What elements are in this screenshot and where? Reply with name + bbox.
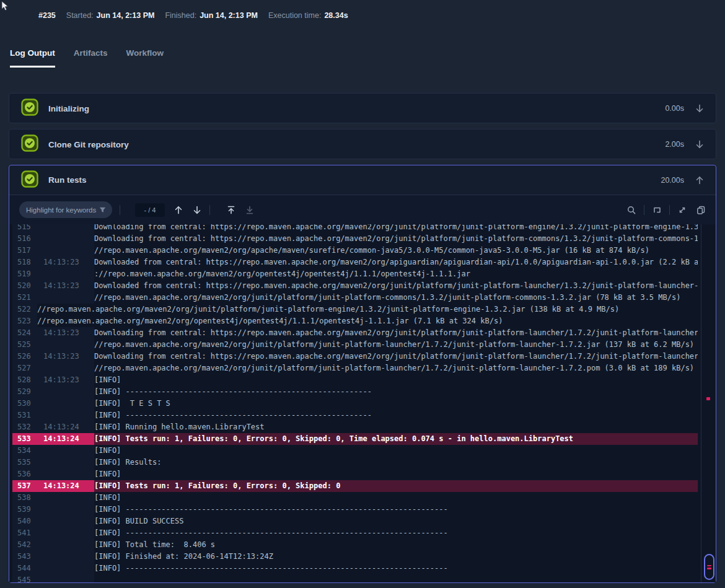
log-line-number[interactable]: 532: [12, 421, 43, 433]
section-run-tests: Run tests 20.00s Highlight for keywords …: [9, 165, 716, 583]
log-line-timestamp: [43, 527, 89, 539]
log-lines-container: 515Downloading from central: https://rep…: [12, 224, 698, 582]
log-line-timestamp: [43, 398, 89, 410]
log-line: 545: [12, 574, 698, 582]
log-line-timestamp: 14:13:24: [43, 433, 89, 445]
log-line-number[interactable]: 544: [12, 563, 43, 574]
log-line-number[interactable]: 516: [12, 233, 43, 245]
search-icon[interactable]: [626, 205, 636, 215]
toolbar-divider: [120, 205, 120, 215]
expand-section-arrow-down-icon[interactable]: [695, 139, 705, 149]
finished-label: Finished:: [165, 11, 196, 20]
log-line-number[interactable]: 533: [12, 433, 43, 445]
log-scrollbar-track[interactable]: [701, 224, 716, 582]
finished-value: Jun 14, 2:13 PM: [200, 11, 258, 20]
log-line-gutter: 523: [12, 315, 37, 327]
log-line-message: [INFO] Tests run: 1, Failures: 0, Errors…: [94, 480, 698, 492]
log-line-number[interactable]: 538: [12, 492, 43, 504]
log-line-number[interactable]: 545: [12, 574, 43, 582]
section-run-tests-header[interactable]: Run tests 20.00s: [9, 165, 716, 195]
section-clone-git-header[interactable]: Clone Git repository 2.00s: [9, 129, 716, 159]
log-line-number[interactable]: 525: [12, 339, 43, 351]
log-line-timestamp: [43, 410, 89, 421]
log-line: 529[INFO] ------------------------------…: [12, 386, 698, 398]
tab-log-output[interactable]: Log Output: [10, 48, 55, 68]
log-line-gutter: 540: [12, 516, 94, 527]
log-line: 530[INFO] T E S T S: [12, 398, 698, 410]
log-line-gutter: 52014:13:23: [12, 280, 94, 292]
log-line-number[interactable]: 542: [12, 539, 43, 551]
log-line-number[interactable]: 531: [12, 410, 43, 421]
log-scrollbar-thumb[interactable]: [704, 554, 714, 580]
log-line-number[interactable]: 527: [12, 362, 43, 374]
expand-section-arrow-down-icon[interactable]: [695, 103, 705, 113]
log-line-number[interactable]: 529: [12, 386, 43, 398]
log-line-timestamp: [43, 504, 89, 516]
log-line-message: Downloading from central: https://repo.m…: [94, 351, 698, 362]
log-line-number[interactable]: 526: [12, 351, 43, 362]
log-line: 542[INFO] Total time: 8.406 s: [12, 539, 698, 551]
wrap-lines-icon[interactable]: [652, 205, 662, 215]
expand-icon[interactable]: [677, 205, 687, 215]
log-line-number[interactable]: 523: [12, 315, 32, 327]
log-line: 544[INFO] ------------------------------…: [12, 563, 698, 574]
log-line-number[interactable]: 535: [12, 457, 43, 468]
log-line-number[interactable]: 522: [12, 304, 32, 315]
log-line-timestamp: [43, 551, 89, 563]
log-line-number[interactable]: 517: [12, 245, 43, 257]
log-line-gutter: 522: [12, 304, 37, 315]
match-down-icon[interactable]: [192, 205, 202, 215]
log-line-number[interactable]: 539: [12, 504, 43, 516]
log-line-timestamp: 14:13:23: [43, 327, 89, 339]
log-line: 531[INFO] ------------------------------…: [12, 410, 698, 421]
log-line-gutter: 536: [12, 468, 94, 480]
log-line-number[interactable]: 543: [12, 551, 43, 563]
log-line: 523//repo.maven.apache.org/maven2/org/op…: [12, 315, 698, 327]
log-line-timestamp: [43, 539, 89, 551]
log-line-number[interactable]: 519: [12, 268, 43, 280]
log-line-number[interactable]: 536: [12, 468, 43, 480]
tab-artifacts[interactable]: Artifacts: [74, 48, 108, 68]
section-initializing: Initializing 0.00s: [9, 93, 716, 123]
filter-funnel-icon[interactable]: [99, 206, 107, 214]
log-toolbar: Highlight for keywords - / 4: [9, 195, 716, 224]
log-line-timestamp: [43, 362, 89, 374]
highlight-keywords-input[interactable]: Highlight for keywords: [19, 201, 112, 218]
log-line-number[interactable]: 524: [12, 327, 43, 339]
log-line-number[interactable]: 541: [12, 527, 43, 539]
log-line-number[interactable]: 534: [12, 445, 43, 457]
log-line: 541[INFO] ------------------------------…: [12, 527, 698, 539]
copy-icon[interactable]: [696, 205, 706, 215]
log-line-message: [INFO] ---------------------------------…: [94, 386, 698, 398]
log-line-gutter: 543: [12, 551, 94, 563]
log-line-gutter: 52414:13:23: [12, 327, 94, 339]
log-line-number[interactable]: 528: [12, 374, 43, 386]
scroll-to-bottom-icon[interactable]: [245, 205, 255, 215]
log-line: 522//repo.maven.apache.org/maven2/org/ju…: [12, 304, 698, 315]
log-line-timestamp: [43, 492, 89, 504]
log-line-message: [INFO] Total time: 8.406 s: [94, 539, 698, 551]
log-line-timestamp: [43, 574, 89, 582]
scroll-to-top-icon[interactable]: [226, 205, 236, 215]
collapse-section-arrow-up-icon[interactable]: [695, 175, 705, 185]
log-line-gutter: 535: [12, 457, 94, 468]
log-line-number[interactable]: 521: [12, 292, 43, 304]
log-line-number[interactable]: 515: [12, 224, 43, 233]
log-line-message: [INFO]: [94, 374, 698, 386]
match-up-icon[interactable]: [174, 205, 183, 215]
toolbar-divider: [669, 205, 670, 215]
log-line-gutter: 53714:13:24: [12, 480, 94, 492]
log-line-number[interactable]: 520: [12, 280, 43, 292]
started-label: Started:: [66, 11, 94, 20]
log-line-timestamp: [43, 233, 89, 245]
log-line-number[interactable]: 537: [12, 480, 43, 492]
log-line-timestamp: [43, 268, 89, 280]
log-line-number[interactable]: 518: [12, 257, 43, 268]
log-line-number[interactable]: 540: [12, 516, 43, 527]
passed-check-icon: [21, 134, 38, 154]
tab-workflow[interactable]: Workflow: [126, 48, 164, 68]
section-initializing-header[interactable]: Initializing 0.00s: [9, 94, 716, 123]
log-line-message: //repo.maven.apache.org/maven2/org/junit…: [37, 304, 698, 315]
highlight-marker-dash: [707, 565, 711, 567]
log-line-number[interactable]: 530: [12, 398, 43, 410]
